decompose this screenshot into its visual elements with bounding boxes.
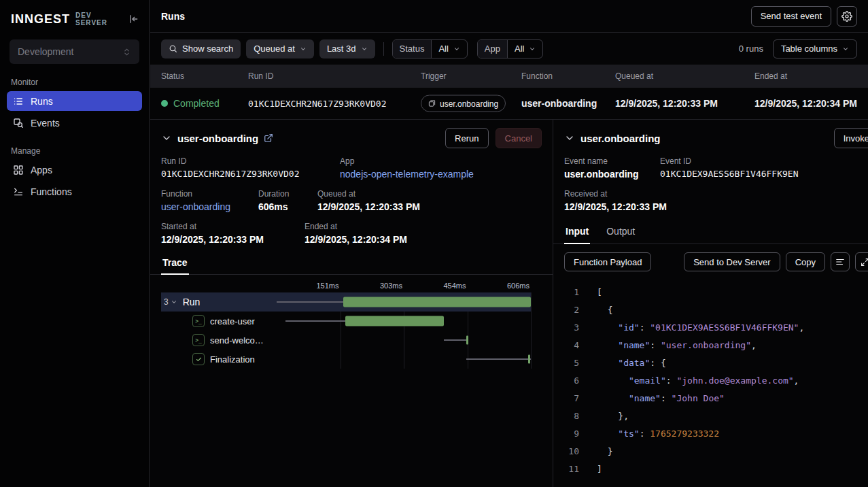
time-range-dropdown[interactable]: Last 3d: [319, 39, 375, 58]
timeline-ticks: 151ms303ms454ms606ms: [161, 280, 531, 292]
event-title: user.onboarding: [580, 133, 661, 144]
status-filter[interactable]: Status All: [392, 39, 468, 58]
span-duration-bar[interactable]: [343, 297, 531, 307]
sidebar-section-label: Monitor: [11, 78, 138, 87]
sidebar-item-apps[interactable]: Apps: [7, 160, 142, 180]
expand-icon: [861, 258, 868, 267]
code-line: 11]: [553, 460, 868, 478]
collapse-event-details-icon[interactable]: [564, 133, 575, 144]
app-filter-value: All: [515, 44, 524, 54]
run-title: user-onboarding: [177, 133, 258, 144]
event-trigger-icon: [428, 100, 436, 107]
expand-button[interactable]: [855, 252, 868, 271]
sidebar-section-label: Manage: [11, 146, 138, 156]
format-lines-button[interactable]: [831, 252, 850, 271]
app-filter-label: App: [478, 40, 507, 58]
payload-editor[interactable]: 1[2 {3 "id": "01KC1DEX9AESS6BF1V46FFK9EN…: [553, 284, 868, 478]
ended-at-cell: 12/9/2025, 12:20:34 PM: [754, 98, 857, 109]
invoke-button[interactable]: Invoke: [834, 128, 868, 148]
rerun-button[interactable]: Rerun: [445, 128, 488, 148]
trace-span-send-welco-[interactable]: >_send-welco…: [161, 331, 531, 350]
runs-count: 0 runs: [739, 44, 763, 54]
span-queue-line: [277, 301, 343, 303]
app-label: App: [340, 156, 474, 166]
chevron-down-icon: [171, 299, 177, 305]
tab-input[interactable]: Input: [564, 222, 590, 244]
trace-span-label: create-user: [210, 316, 255, 326]
received-at-value: 12/9/2025, 12:20:33 PM: [564, 201, 667, 212]
queued-at-dropdown[interactable]: Queued at: [246, 39, 314, 58]
trigger-badge[interactable]: user.onboarding: [421, 95, 506, 112]
function-label: Function: [161, 189, 250, 199]
status-label: Completed: [173, 98, 220, 109]
status-filter-label: Status: [393, 40, 432, 58]
run-id-value: 01KC1DEXCHR2N617Z93RK0VD02: [161, 169, 332, 179]
events-icon: [13, 118, 24, 129]
code-line: 4 "name": "user.onboarding",: [553, 337, 868, 354]
queued-at-label: Queued at: [254, 44, 295, 54]
status-badge: Completed: [161, 98, 220, 109]
divider: [383, 42, 384, 56]
table-columns-dropdown[interactable]: Table columns: [773, 39, 857, 58]
duration-value: 606ms: [258, 201, 309, 212]
send-to-dev-server-button[interactable]: Send to Dev Server: [684, 252, 780, 271]
code-line: 10 }: [553, 443, 868, 460]
external-link-icon[interactable]: [264, 133, 273, 143]
sidebar-item-runs[interactable]: Runs: [7, 91, 142, 111]
tab-trace[interactable]: Trace: [161, 253, 189, 275]
code-line: 6 "email": "john.doe@example.com",: [553, 372, 868, 390]
trace-span-create-user[interactable]: >_create-user: [161, 312, 531, 331]
line-number: 9: [553, 425, 579, 443]
time-range-label: Last 3d: [327, 44, 356, 54]
sidebar-item-label: Apps: [31, 165, 52, 175]
collapse-sidebar-icon[interactable]: [128, 14, 139, 24]
expand-children-toggle[interactable]: 3: [164, 297, 177, 307]
table-row[interactable]: Completed 01KC1DEXCHR2N617Z93RK0VD02 use…: [150, 88, 868, 120]
app-link[interactable]: nodejs-open-telemetry-example: [340, 169, 474, 180]
environment-select[interactable]: Development: [10, 39, 139, 64]
timeline-gridline: [531, 292, 532, 369]
function-link[interactable]: user-onboarding: [161, 201, 250, 212]
line-number: 11: [553, 460, 579, 478]
column-header-status: Status: [161, 71, 184, 81]
inngest-logo: INNGEST: [11, 12, 70, 27]
copy-button[interactable]: Copy: [786, 252, 825, 271]
step-icon: >_: [192, 334, 205, 346]
ended-at-value: 12/9/2025, 12:20:34 PM: [305, 234, 407, 245]
column-header-trigger: Trigger: [421, 71, 447, 81]
finalization-icon: [192, 353, 205, 365]
functions-icon: [13, 186, 24, 197]
timeline-tick-label: 606ms: [507, 282, 531, 290]
table-header: StatusRun IDTriggerFunctionQueued atEnde…: [150, 65, 868, 88]
settings-button[interactable]: [837, 6, 857, 27]
dev-server-badge: DEV SERVER: [75, 12, 123, 27]
trace-span-label: Finalization: [210, 354, 255, 365]
collapse-run-details-icon[interactable]: [161, 133, 172, 144]
sidebar-item-events[interactable]: Events: [7, 113, 142, 133]
send-test-event-button[interactable]: Send test event: [751, 6, 831, 27]
function-payload-button[interactable]: Function Payload: [564, 252, 651, 271]
table-columns-label: Table columns: [781, 44, 837, 54]
app-filter[interactable]: App All: [477, 39, 544, 58]
tab-output[interactable]: Output: [605, 222, 636, 244]
received-at-label: Received at: [564, 189, 667, 199]
span-duration-bar[interactable]: [345, 316, 444, 326]
trace-span-finalization[interactable]: Finalization: [161, 350, 531, 369]
sidebar-item-label: Events: [31, 118, 60, 129]
duration-label: Duration: [258, 189, 309, 199]
line-number: 7: [553, 390, 579, 407]
step-icon: >_: [192, 315, 205, 327]
inngest-dev-server: INNGEST DEV SERVER Development MonitorRu…: [0, 0, 868, 487]
event-name-label: Event name: [564, 156, 652, 166]
sidebar-item-functions[interactable]: Functions: [7, 182, 142, 201]
code-line: 3 "id": "01KC1DEX9AESS6BF1V46FFK9EN",: [553, 319, 868, 337]
span-queue-line: [285, 320, 345, 322]
cancel-button[interactable]: Cancel: [496, 128, 542, 148]
code-line: 7 "name": "John Doe": [553, 390, 868, 407]
code-line: 2 {: [553, 301, 868, 319]
event-id-label: Event ID: [660, 156, 799, 166]
show-search-button[interactable]: Show search: [161, 39, 241, 58]
trace-span-run[interactable]: 3Run: [161, 292, 531, 312]
line-number: 3: [553, 319, 579, 337]
run-details-panel: user-onboarding Rerun Cancel Run ID 01KC…: [150, 120, 553, 487]
